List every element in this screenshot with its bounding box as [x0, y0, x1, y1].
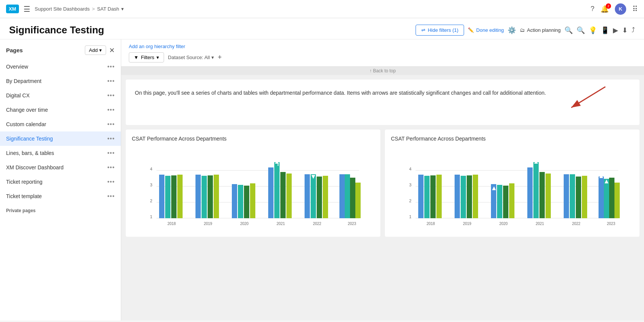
svg-rect-80	[609, 178, 614, 218]
svg-text:4: 4	[409, 167, 411, 171]
sidebar-item-ticket-reporting[interactable]: Ticket reporting •••	[0, 175, 121, 189]
close-sidebar-button[interactable]: ✕	[109, 46, 115, 55]
svg-rect-74	[570, 174, 575, 218]
filters-button[interactable]: ▼ Filters ▾	[129, 52, 164, 63]
sidebar-item-lines-bars-tables[interactable]: Lines, bars, & tables •••	[0, 146, 121, 160]
sidebar-item-change-over-time-label: Change over time	[6, 107, 48, 113]
filter-row: ▼ Filters ▾ Dataset Source: All ▾ +	[129, 52, 636, 63]
sidebar-item-xm-discover[interactable]: XM Discover Dashboard •••	[0, 160, 121, 175]
svg-rect-21	[238, 185, 243, 218]
significance-testing-dots-button[interactable]: •••	[107, 135, 115, 142]
sidebar-item-by-department[interactable]: By Department •••	[0, 74, 121, 88]
edit-icon: ✏️	[468, 27, 474, 33]
sidebar-item-significance-testing[interactable]: Significance Testing •••	[0, 131, 121, 146]
svg-rect-75	[576, 177, 581, 218]
by-department-dots-button[interactable]: •••	[107, 78, 115, 84]
page-title: Significance Testing	[9, 24, 410, 36]
svg-rect-34	[317, 177, 322, 218]
search-zoom-out-icon[interactable]: 🔍	[577, 26, 585, 34]
svg-rect-38	[339, 174, 345, 218]
action-planning-button[interactable]: 🗂 Action planning	[520, 27, 561, 33]
sidebar-item-digital-cx[interactable]: Digital CX •••	[0, 88, 121, 103]
filter-bar: Add an org hierarchy filter ▼ Filters ▾ …	[121, 39, 644, 67]
help-icon[interactable]: ?	[591, 5, 594, 13]
svg-rect-67	[527, 167, 533, 218]
svg-rect-22	[244, 186, 249, 218]
info-card-text: On this page, you'll see a series of cha…	[135, 89, 630, 97]
svg-text:2: 2	[150, 199, 152, 203]
breadcrumb-sat[interactable]: SAT Dash	[97, 6, 119, 12]
svg-rect-68	[533, 162, 539, 218]
svg-rect-33	[311, 174, 316, 218]
sidebar-item-significance-testing-label: Significance Testing	[6, 136, 53, 142]
main-layout: Pages Add ▾ ✕ Overview ••• By Department…	[0, 39, 644, 320]
svg-rect-64	[509, 183, 514, 218]
svg-rect-15	[195, 175, 201, 218]
sidebar-item-change-over-time[interactable]: Change over time •••	[0, 103, 121, 117]
svg-text:2020: 2020	[499, 222, 508, 226]
download-icon[interactable]: ⬇	[622, 26, 628, 34]
hide-filters-button[interactable]: ⇌ Hide filters (1)	[416, 25, 464, 36]
page-header: Significance Testing ⇌ Hide filters (1) …	[0, 18, 644, 39]
avatar[interactable]: K	[615, 3, 626, 15]
sidebar-item-custom-calendar[interactable]: Custom calendar •••	[0, 117, 121, 131]
hamburger-icon[interactable]: ☰	[23, 5, 30, 14]
grid-icon[interactable]: ⠿	[632, 5, 638, 14]
add-org-hierarchy-link[interactable]: Add an org hierarchy filter	[129, 44, 185, 49]
custom-calendar-dots-button[interactable]: •••	[107, 121, 115, 128]
add-filter-button[interactable]: +	[218, 53, 222, 61]
svg-rect-76	[582, 176, 587, 218]
svg-rect-17	[208, 175, 213, 218]
svg-text:2019: 2019	[204, 222, 213, 226]
svg-rect-54	[436, 175, 442, 218]
notification-icon[interactable]: 🔔 2	[600, 5, 609, 13]
hide-filters-label: Hide filters (1)	[428, 27, 458, 33]
svg-rect-20	[232, 184, 237, 218]
svg-rect-39	[345, 174, 350, 218]
sidebar-item-ticket-reporting-label: Ticket reporting	[6, 179, 42, 185]
sidebar-item-overview[interactable]: Overview •••	[0, 59, 121, 74]
svg-rect-12	[171, 175, 177, 218]
svg-text:2018: 2018	[427, 222, 435, 226]
settings-icon[interactable]: ⚙️	[508, 26, 516, 34]
svg-rect-27	[280, 172, 286, 218]
back-to-top[interactable]: ↑ Back to top	[121, 67, 644, 75]
svg-text:1: 1	[409, 214, 411, 219]
sidebar-item-ticket-template[interactable]: Ticket template •••	[0, 189, 121, 203]
dataset-source-label: Dataset Source: All	[168, 55, 210, 60]
svg-rect-16	[202, 176, 207, 218]
share-icon[interactable]: ⤴	[631, 26, 635, 34]
ticket-reporting-dots-button[interactable]: •••	[107, 178, 115, 185]
svg-text:2018: 2018	[167, 222, 176, 226]
change-over-time-dots-button[interactable]: •••	[107, 106, 115, 113]
svg-rect-26	[274, 162, 280, 218]
mobile-icon[interactable]: 📱	[601, 26, 609, 34]
play-icon[interactable]: ▶	[613, 26, 618, 34]
action-planning-icon: 🗂	[520, 27, 525, 33]
charts-row: CSAT Performance Across Departments 1 2 …	[121, 130, 644, 241]
svg-rect-53	[430, 175, 436, 218]
svg-rect-41	[355, 183, 361, 218]
arrow-annotation	[564, 85, 609, 114]
svg-rect-28	[286, 174, 292, 218]
sidebar-item-ticket-template-label: Ticket template	[6, 193, 42, 199]
add-page-button[interactable]: Add ▾	[85, 45, 106, 55]
add-chevron-icon: ▾	[99, 47, 102, 53]
search-zoom-in-icon[interactable]: 🔍	[564, 26, 573, 34]
info-card: On this page, you'll see a series of cha…	[126, 80, 639, 125]
lines-bars-tables-dots-button[interactable]: •••	[107, 150, 115, 156]
overview-dots-button[interactable]: •••	[107, 63, 115, 70]
xm-discover-dots-button[interactable]: •••	[107, 164, 115, 171]
svg-rect-70	[546, 174, 551, 218]
done-editing-button[interactable]: ✏️ Done editing	[468, 27, 504, 33]
lightbulb-icon[interactable]: 💡	[589, 26, 597, 34]
digital-cx-dots-button[interactable]: •••	[107, 92, 115, 99]
chart-card-right: CSAT Performance Across Departments 1 2 …	[385, 130, 639, 237]
sidebar-item-by-department-label: By Department	[6, 78, 41, 84]
breadcrumb-support[interactable]: Support Site Dashboards	[35, 6, 90, 12]
dataset-source-dropdown[interactable]: Dataset Source: All ▾	[168, 55, 214, 60]
svg-text:2023: 2023	[607, 222, 616, 226]
ticket-template-dots-button[interactable]: •••	[107, 193, 115, 200]
svg-rect-79	[604, 179, 609, 218]
action-planning-label: Action planning	[527, 27, 561, 33]
